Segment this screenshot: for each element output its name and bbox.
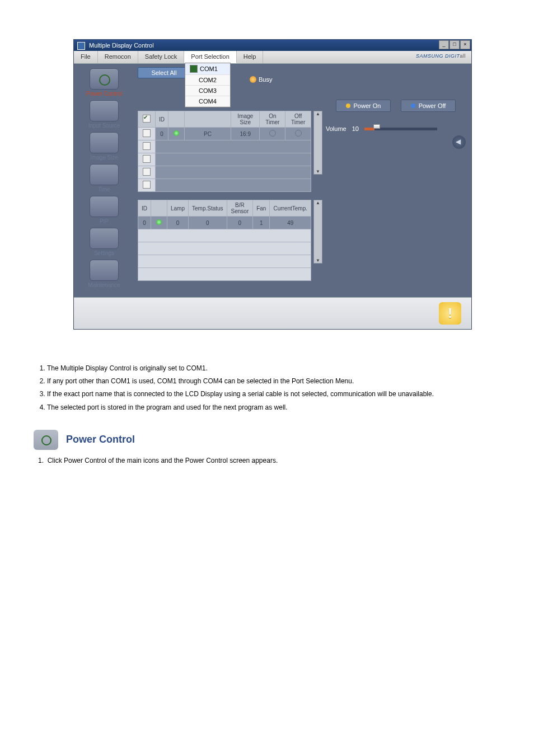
cell-image-size: 16:9 — [231, 128, 260, 140]
step-text: 1. Click Power Control of the main icons… — [34, 457, 512, 464]
check-icon — [190, 65, 198, 73]
sidebar-item-label: Image Size — [90, 154, 118, 161]
sidebar-item-image-size[interactable]: Image Size — [90, 132, 119, 161]
port-option-label: COM2 — [199, 77, 217, 83]
sidebar-item-label: Input Source — [88, 123, 120, 129]
pip-icon — [90, 196, 119, 217]
row-checkbox[interactable] — [143, 168, 151, 176]
app-icon — [77, 42, 85, 50]
table-row — [138, 242, 311, 255]
col-lamp: Lamp — [167, 200, 189, 217]
col-br-sensor: B/R Sensor — [227, 200, 253, 217]
select-all-button[interactable]: Select All — [138, 67, 190, 78]
table-row — [138, 166, 311, 179]
table-row — [138, 255, 311, 268]
input-source-icon — [90, 100, 119, 121]
list-item: If any port other than COM1 is used, COM… — [47, 376, 512, 387]
list-item: The Multiple Display Control is original… — [47, 363, 512, 374]
menu-file[interactable]: File — [74, 51, 98, 63]
cell-id: 0 — [156, 128, 168, 140]
warning-icon: ! — [439, 302, 461, 325]
port-selection-dropdown: COM1 COM2 COM3 COM4 — [185, 63, 231, 107]
cell-lamp: 0 — [167, 217, 189, 229]
status-grid-scrollbar[interactable]: ▲ ▼ — [313, 200, 322, 264]
status-bar: ! — [74, 297, 471, 329]
sidebar-item-label: Maintenance — [88, 282, 120, 288]
main-area: Select All COM1 COM2 COM3 — [134, 64, 471, 293]
col-id: ID — [156, 111, 168, 128]
cell-on-timer — [260, 128, 285, 140]
titlebar: Multiple Display Control _ □ × — [74, 40, 471, 51]
menu-safety-lock[interactable]: Safety Lock — [138, 51, 184, 63]
close-button[interactable]: × — [460, 40, 470, 49]
busy-indicator: Busy — [250, 76, 272, 83]
row-checkbox[interactable] — [143, 155, 151, 163]
display-grid: ID Image Size On Timer Off Timer 0 PC — [138, 111, 311, 192]
volume-slider[interactable] — [364, 128, 437, 130]
document-body: The Multiple Display Control is original… — [34, 363, 512, 464]
cell-br-sensor: 0 — [227, 217, 253, 229]
cell-source: PC — [185, 128, 231, 140]
minimize-button[interactable]: _ — [439, 40, 449, 49]
port-option-com1[interactable]: COM1 — [185, 63, 230, 75]
col-on-timer: On Timer — [260, 111, 285, 128]
table-row — [138, 153, 311, 166]
menu-port-selection[interactable]: Port Selection — [184, 51, 236, 63]
sidebar-item-power-control[interactable]: Power Control — [86, 68, 121, 97]
scroll-down-icon[interactable]: ▼ — [316, 169, 320, 174]
status-dot-icon — [156, 219, 162, 225]
app-window: Multiple Display Control _ □ × File Remo… — [73, 39, 472, 330]
list-item: The selected port is stored in the progr… — [47, 402, 512, 413]
table-row[interactable]: 0 PC 16:9 — [138, 128, 311, 140]
select-all-checkbox[interactable] — [143, 115, 151, 123]
section-heading: Power Control — [34, 430, 512, 450]
table-row — [138, 229, 311, 242]
col-status-icon — [151, 200, 167, 217]
sidebar-item-pip[interactable]: PIP — [90, 196, 119, 224]
port-option-label: COM4 — [199, 98, 217, 105]
row-checkbox[interactable] — [143, 142, 151, 150]
scroll-up-icon[interactable]: ▲ — [316, 111, 320, 116]
port-option-com3[interactable]: COM3 — [185, 86, 230, 96]
scroll-up-icon[interactable]: ▲ — [316, 200, 320, 205]
speaker-icon[interactable] — [452, 135, 466, 149]
menu-help[interactable]: Help — [237, 51, 264, 63]
power-icon — [90, 68, 119, 90]
power-off-button[interactable]: Power Off — [401, 100, 456, 112]
time-icon — [90, 164, 119, 185]
power-on-button[interactable]: Power On — [336, 100, 391, 112]
grid-scrollbar[interactable]: ▲ ▼ — [313, 111, 322, 175]
cell-temp-status: 0 — [189, 217, 227, 229]
volume-label: Volume — [326, 125, 346, 132]
maximize-button[interactable]: □ — [449, 40, 460, 49]
col-temp-status: Temp.Status — [189, 200, 227, 217]
port-option-com4[interactable]: COM4 — [185, 96, 230, 107]
table-row[interactable]: 0 0 0 0 1 49 — [138, 217, 311, 229]
timer-off-icon — [295, 130, 302, 137]
scroll-down-icon[interactable]: ▼ — [316, 258, 320, 263]
power-off-label: Power Off — [419, 102, 446, 109]
volume-thumb[interactable] — [373, 124, 380, 129]
cell-current-temp: 49 — [270, 217, 311, 229]
table-row — [138, 179, 311, 192]
menu-remocon[interactable]: Remocon — [98, 51, 138, 63]
timer-off-icon — [269, 130, 276, 137]
sidebar: Power Control Input Source Image Size Ti… — [74, 64, 134, 293]
sidebar-item-label: PIP — [100, 218, 109, 224]
power-panel: Power On Power Off Volume 10 — [326, 100, 466, 149]
cell-fan: 1 — [253, 217, 270, 229]
port-option-com2[interactable]: COM2 — [185, 75, 230, 86]
col-off-timer: Off Timer — [285, 111, 311, 128]
power-on-label: Power On — [354, 102, 381, 109]
brand-label: SAMSUNG DIGITall — [410, 51, 471, 63]
sidebar-item-settings[interactable]: Settings — [90, 228, 119, 256]
row-checkbox[interactable] — [143, 129, 151, 137]
sidebar-item-input-source[interactable]: Input Source — [88, 100, 120, 129]
row-checkbox[interactable] — [143, 181, 151, 189]
busy-dot-icon — [250, 76, 256, 83]
sidebar-item-label: Power Control — [86, 91, 121, 97]
list-item: If the exact port name that is connected… — [47, 389, 512, 400]
port-option-label: COM1 — [200, 65, 218, 72]
sidebar-item-maintenance[interactable]: Maintenance — [88, 260, 120, 288]
sidebar-item-time[interactable]: Time — [90, 164, 119, 192]
